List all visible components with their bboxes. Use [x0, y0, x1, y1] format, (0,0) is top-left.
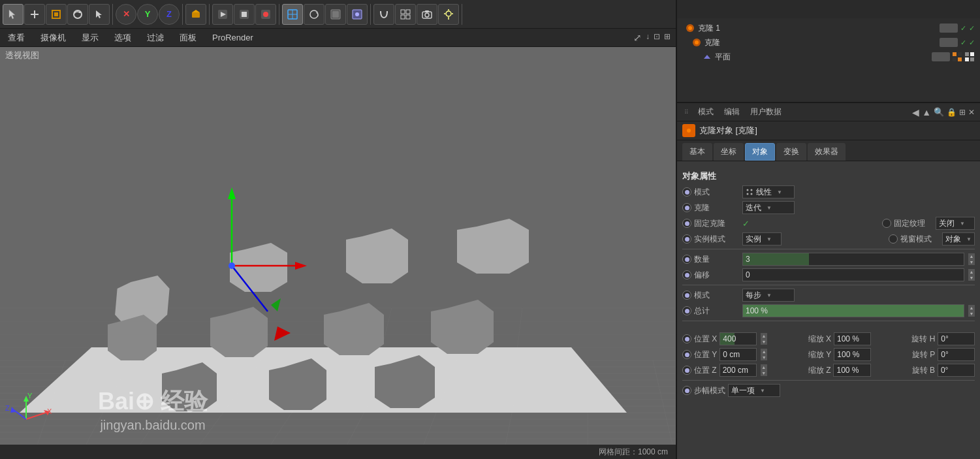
grid-btn[interactable]	[395, 4, 416, 25]
prop-posy-radio[interactable]	[682, 350, 691, 359]
object-btn[interactable]	[185, 4, 206, 25]
prop-mode-radio[interactable]	[682, 187, 691, 197]
prop-fixedclone-label: 固定克隆	[694, 218, 740, 229]
fullscreen-icon[interactable]: ⊡	[654, 32, 660, 44]
select-tool-btn[interactable]	[3, 4, 24, 25]
posy-down[interactable]: ▼	[761, 355, 767, 360]
total-up-arrow[interactable]: ▲	[968, 305, 975, 311]
texture-btn[interactable]	[347, 4, 368, 25]
prop-instance-select[interactable]: 实例	[742, 232, 782, 245]
prop-posx-radio[interactable]	[682, 334, 691, 343]
offset-down-arrow[interactable]: ▼	[968, 275, 975, 281]
tab-transform[interactable]: 变换	[776, 143, 806, 161]
grid-distance-label: 网格间距：1000 cm	[599, 447, 668, 458]
arrow-up2-icon[interactable]: ▲	[922, 107, 931, 118]
main-viewport[interactable]: 透视视图	[0, 47, 676, 459]
prop-offset-input[interactable]: 0	[742, 268, 964, 281]
move-icon[interactable]: ⤢	[633, 32, 642, 44]
menu-filter[interactable]: 过滤	[144, 31, 166, 45]
light-btn[interactable]	[438, 4, 459, 25]
svg-rect-19	[332, 11, 339, 18]
tab-effector[interactable]: 效果器	[808, 143, 846, 161]
prop-viewmode-select[interactable]: 对象	[942, 232, 975, 245]
menu-prorender[interactable]: ProRender	[210, 31, 256, 44]
prop-total-radio[interactable]	[682, 306, 691, 315]
prop-posz-radio[interactable]	[682, 366, 691, 375]
prop-roth-input[interactable]: 0°	[938, 332, 975, 345]
mode-btn[interactable]: 模式	[695, 105, 716, 119]
axis-z-btn[interactable]: Z	[159, 4, 180, 25]
rotate-tool-btn[interactable]	[67, 4, 88, 25]
userdata-btn[interactable]: 用户数据	[748, 105, 784, 119]
down-icon[interactable]: ↓	[646, 32, 650, 44]
prop-posy-input[interactable]: 0 cm	[719, 348, 757, 361]
lock2-icon[interactable]: 🔒	[947, 108, 956, 117]
count-down-arrow[interactable]: ▼	[968, 259, 975, 265]
prop-clone-select[interactable]: 迭代	[742, 201, 795, 214]
paint-btn[interactable]	[304, 4, 324, 25]
prop-posx-input[interactable]: 400	[719, 332, 757, 345]
offset-up-arrow[interactable]: ▲	[968, 269, 975, 275]
prop-count-input[interactable]: 3	[742, 253, 964, 266]
prop-rotp-input[interactable]: 0°	[938, 348, 975, 361]
prop-total-input[interactable]: 100 %	[742, 304, 964, 317]
stop-btn[interactable]	[234, 4, 255, 25]
magnet-btn[interactable]	[373, 4, 394, 25]
tab-basic[interactable]: 基本	[682, 143, 712, 161]
plane-checker2	[965, 52, 975, 62]
close2-icon[interactable]: ✕	[968, 108, 975, 117]
hierarchy-item-clone1[interactable]: 克隆 1 ✓ ✓	[677, 21, 980, 35]
prop-posz-input[interactable]: 200 cm	[719, 364, 757, 377]
prop-fixedclone-radio[interactable]	[682, 219, 691, 228]
prop-scalex-input[interactable]: 100 %	[834, 332, 871, 345]
total-down-arrow[interactable]: ▼	[968, 311, 975, 317]
prop-rotb-input[interactable]: 0°	[938, 364, 975, 377]
prop-viewmode-radio[interactable]	[889, 234, 898, 244]
posz-up[interactable]: ▲	[761, 364, 767, 370]
svg-marker-7	[192, 10, 200, 12]
posz-down[interactable]: ▼	[761, 370, 767, 376]
prop-stepmode-radio[interactable]	[682, 386, 691, 395]
play-btn[interactable]	[212, 4, 233, 25]
count-up-arrow[interactable]: ▲	[968, 253, 975, 259]
menu-panel[interactable]: 面板	[177, 31, 199, 45]
solid-btn[interactable]	[325, 4, 346, 25]
menu-camera[interactable]: 摄像机	[38, 31, 69, 45]
hierarchy-item-clone[interactable]: 克隆 ✓ ✓	[677, 35, 980, 50]
prop-clone-radio[interactable]	[682, 203, 691, 212]
prop-offset-radio[interactable]	[682, 270, 691, 279]
wireframe-btn[interactable]	[282, 4, 303, 25]
prop-fixedtex-select[interactable]: 关闭	[936, 217, 975, 230]
prop-instance-radio[interactable]	[682, 234, 691, 244]
prop-count-radio[interactable]	[682, 255, 691, 264]
arrow-left2-icon[interactable]: ◀	[912, 107, 919, 118]
tab-coord[interactable]: 坐标	[714, 143, 744, 161]
add-tool-btn[interactable]	[24, 4, 45, 25]
tab-object[interactable]: 对象	[745, 143, 775, 161]
prop-fixedtex-radio[interactable]	[882, 219, 891, 228]
prop-mode-select[interactable]: 线性	[742, 185, 795, 198]
scale-tool-btn[interactable]	[46, 4, 67, 25]
axis-y-btn[interactable]: Y	[137, 4, 158, 25]
prop-mode2-select[interactable]: 每步	[742, 289, 795, 302]
prop-scaley-input[interactable]: 100 %	[834, 348, 871, 361]
maximize-icon[interactable]: ⊞	[664, 32, 671, 44]
prop-stepmode-select[interactable]: 单一项	[728, 384, 780, 397]
camera-btn[interactable]	[417, 4, 437, 25]
prop-mode2-radio[interactable]	[682, 291, 691, 300]
window2-icon[interactable]: ⊞	[959, 108, 966, 117]
hierarchy-item-plane[interactable]: 平面	[677, 50, 980, 64]
menu-options[interactable]: 选项	[112, 31, 134, 45]
prop-scalez-input[interactable]: 100 %	[833, 364, 870, 377]
menu-view-left[interactable]: 查看	[5, 31, 27, 45]
prop-fixedclone-check[interactable]: ✓	[742, 219, 750, 229]
menu-display[interactable]: 显示	[79, 31, 101, 45]
axis-x-btn[interactable]: ✕	[116, 4, 136, 25]
edit-btn[interactable]: 编辑	[721, 105, 742, 119]
posx-down[interactable]: ▼	[761, 339, 767, 345]
search2-icon[interactable]: 🔍	[934, 107, 944, 117]
posx-up[interactable]: ▲	[761, 333, 767, 339]
posy-up[interactable]: ▲	[761, 349, 767, 355]
cursor-tool-btn[interactable]	[89, 4, 110, 25]
record-btn[interactable]	[255, 4, 276, 25]
